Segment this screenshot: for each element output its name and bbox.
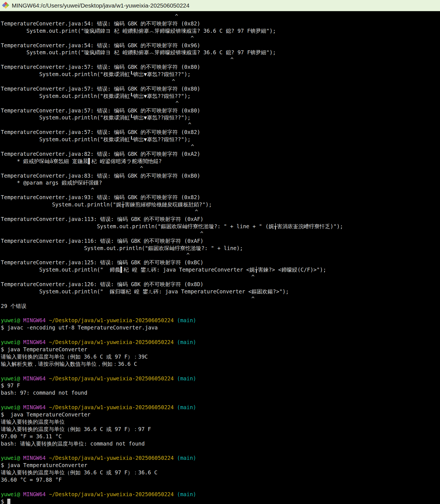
prompt-branch: (main) <box>177 455 196 461</box>
blank-line <box>1 484 440 491</box>
blank-line <box>1 310 440 317</box>
output-line: 请输入要转换的温度与单位（例如 36.6 C 或 97 F）：39C <box>1 353 440 361</box>
caret-mark: ^ <box>1 122 191 128</box>
caret-line: ^ <box>1 35 440 42</box>
msys2-diamonds-icon[interactable] <box>2 2 10 10</box>
output-line: TemperatureConverter.java:126: 错误: 编码 GB… <box>1 281 440 288</box>
prompt-user: yuwei@ <box>1 375 20 381</box>
caret-mark: ^ <box>1 230 203 237</box>
prompt-line: yuwei@ MINGW64 ~/Desktop/java/w1-yuweixi… <box>1 375 440 382</box>
output-line: $ javac -encoding utf-8 TemperatureConve… <box>1 324 440 331</box>
caret-mark: ^ <box>1 13 178 19</box>
output-line: System.out.println(" 鎵归噺杞 崲 鐢ㄦ硶: java Te… <box>1 288 440 295</box>
caret-line: ^ <box>1 165 440 172</box>
output-line: 请输入要转换的温度与单位（例如 36.6 C 或 97 F）：97 F <box>1 426 440 433</box>
output-line: 请输入要转换的温度与单位 <box>1 418 440 426</box>
caret-line: ^ <box>1 230 440 237</box>
output-line: TemperatureConverter.java:57: 错误: 编码 GBK… <box>1 63 440 71</box>
caret-mark: ^ <box>1 209 198 215</box>
caret-mark: ^ <box>1 296 254 302</box>
output-line: TemperatureConverter.java:116: 错误: 编码 GB… <box>1 237 440 245</box>
caret-line: ^ <box>1 56 440 63</box>
input-line[interactable]: $ <box>1 498 440 504</box>
prompt-user: yuwei@ <box>1 491 20 497</box>
prompt-sysname: MINGW64 <box>23 317 46 323</box>
caret-line: ^ <box>1 100 440 107</box>
output-line: $ java TemperatureConverter <box>1 462 440 469</box>
output-line: 97.00 °F = 36.11 °C <box>1 433 440 440</box>
caret-line: ^ <box>1 143 440 150</box>
blank-line <box>1 397 440 404</box>
caret-line: ^ <box>1 208 440 216</box>
output-line: bash: 请输入要转换的温度与单位: command not found <box>1 440 440 448</box>
mintty-window: MINGW64:/c/Users/yuwei/Desktop/java/w1-y… <box>0 0 440 504</box>
caret-line: ^ <box>1 295 440 303</box>
output-line: TemperatureConverter.java:57: 错误: 编码 GBK… <box>1 107 440 114</box>
prompt-line: yuwei@ MINGW64 ~/Desktop/java/w1-yuweixi… <box>1 339 440 346</box>
caret-line: ^ <box>1 252 440 259</box>
output-line: TemperatureConverter.java:93: 错误: 编码 GBK… <box>1 194 440 201</box>
output-line: $ java TemperatureConverter <box>1 411 440 418</box>
caret-line: ^ <box>1 187 440 194</box>
prompt-path: ~/Desktop/java/w1-yuweixia-202506050224 <box>49 455 174 461</box>
output-line: TemperatureConverter.java:125: 错误: 编码 GB… <box>1 259 440 266</box>
window-title: MINGW64:/c/Users/yuwei/Desktop/java/w1-y… <box>12 2 189 9</box>
caret-mark: ^ <box>1 187 94 193</box>
caret-mark: ^ <box>1 143 194 150</box>
prompt-user: yuwei@ <box>1 317 20 323</box>
blank-line <box>1 331 440 339</box>
input-prompt-sign: $ <box>1 498 7 504</box>
prompt-line: yuwei@ MINGW64 ~/Desktop/java/w1-yuweixi… <box>1 454 440 462</box>
output-line: * @param args 鍛戒护琛屽弬鏁? <box>1 179 440 187</box>
output-line: TemperatureConverter.java:113: 错误: 编码 GB… <box>1 216 440 223</box>
prompt-branch: (main) <box>177 491 196 497</box>
prompt-line: yuwei@ MINGW64 ~/Desktop/java/w1-yuweixi… <box>1 317 440 324</box>
output-line: 输入解析失败，请按示例输入数值与单位，例如：36.6 C <box>1 361 440 368</box>
caret-mark: ^ <box>1 56 233 63</box>
output-line: $ java TemperatureConverter <box>1 346 440 353</box>
output-line: TemperatureConverter.java:54: 错误: 编码 GBK… <box>1 42 440 49</box>
prompt-path: ~/Desktop/java/w1-yuweixia-202506050224 <box>49 317 174 323</box>
output-line: 请输入要转换的温度与单位（例如 36.6 C 或 97 F）：36.6 C <box>1 469 440 476</box>
prompt-path: ~/Desktop/java/w1-yuweixia-202506050224 <box>49 404 174 410</box>
output-line: System.out.println(" 鍗曟▌杞 崲 鐢ㄦ硶: java Te… <box>1 266 440 274</box>
prompt-branch: (main) <box>177 317 196 323</box>
output-line: * 鍛戒护琛屾ā寮忥細 寔鍦晨▌杞 崲鍙傛暟浠ラ舵墦閲忚鎹? <box>1 158 440 165</box>
prompt-user: yuwei@ <box>1 404 20 410</box>
prompt-user: yuwei@ <box>1 455 20 461</box>
prompt-sysname: MINGW64 <box>23 455 46 461</box>
caret-mark: ^ <box>1 100 179 106</box>
terminal[interactable]: ^TemperatureConverter.java:54: 错误: 编码 GB… <box>0 11 440 504</box>
prompt-branch: (main) <box>177 339 196 345</box>
prompt-line: yuwei@ MINGW64 ~/Desktop/java/w1-yuweixi… <box>1 491 440 498</box>
output-line: System.out.print("璇疯緭鍏ヨ 杞 崲鐨勬俯搴︿笌鍗曚綅锛堜緥濡… <box>1 49 440 56</box>
cursor <box>7 499 10 504</box>
caret-line: ^ <box>1 13 440 20</box>
output-line: System.out.println("杈撳叆涓虹┖锛岀▼搴忥??鍑恒??"); <box>1 136 440 143</box>
output-line: TemperatureConverter.java:83: 错误: 编码 GBK… <box>1 172 440 180</box>
caret-line: ^ <box>1 274 440 281</box>
caret-mark: ^ <box>1 274 254 280</box>
output-line: TemperatureConverter.java:57: 错误: 编码 GBK… <box>1 85 440 93</box>
output-line: System.out.println("鏂囦欢琛屾牸寮忔湁璇?: " + lin… <box>1 245 440 252</box>
output-line: 36.60 °C = 97.88 °F <box>1 476 440 484</box>
output-line: TemperatureConverter.java:57: 错误: 编码 GBK… <box>1 129 440 136</box>
prompt-branch: (main) <box>177 375 196 381</box>
title-bar[interactable]: MINGW64:/c/Users/yuwei/Desktop/java/w1-y… <box>0 0 440 11</box>
prompt-branch: (main) <box>177 404 196 410</box>
output-line: System.out.println("杈撳叆涓虹┖锛岀▼搴忥??鍑恒??"); <box>1 71 440 78</box>
output-line: System.out.println("娓╁害鍊煎繀椤绘槸鏈夋晥鏁板瓧銆?"); <box>1 201 440 208</box>
prompt-line: yuwei@ MINGW64 ~/Desktop/java/w1-yuweixi… <box>1 404 440 411</box>
caret-mark: ^ <box>1 252 189 258</box>
caret-line: ^ <box>1 78 440 85</box>
prompt-sysname: MINGW64 <box>23 491 46 497</box>
blank-line <box>1 368 440 375</box>
output-line: TemperatureConverter.java:82: 错误: 编码 GBK… <box>1 150 440 158</box>
output-line: bash: 97: command not found <box>1 389 440 397</box>
prompt-sysname: MINGW64 <box>23 339 46 345</box>
caret-mark: ^ <box>1 78 175 84</box>
output-line: System.out.println("鏂囦欢琛屾牸寮忔湁璇?: " + lin… <box>1 223 440 230</box>
output-line: System.out.print("璇疯緭鍏ヨ 杞 崲鐨勬俯搴︿笌鍗曚綅锛堜緥濡… <box>1 27 440 35</box>
prompt-user: yuwei@ <box>1 339 20 345</box>
prompt-path: ~/Desktop/java/w1-yuweixia-202506050224 <box>49 339 174 345</box>
